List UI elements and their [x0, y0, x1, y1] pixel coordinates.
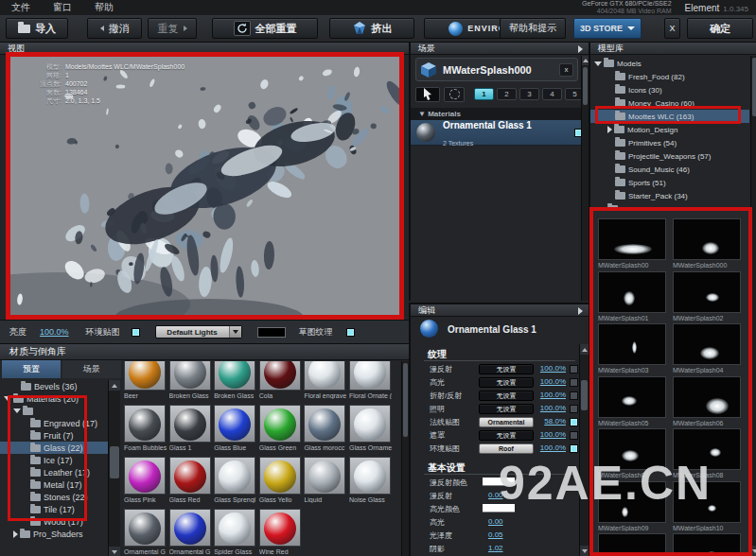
background-color-swatch[interactable] — [257, 327, 286, 338]
tree-item-bevels-36[interactable]: Bevels (36) — [0, 380, 108, 392]
material-thumbnail[interactable] — [124, 405, 166, 443]
texture-channel-button[interactable]: 无设置 — [479, 391, 534, 401]
material-thumbnail[interactable] — [124, 457, 166, 495]
group-button-1[interactable]: 1 — [474, 88, 494, 100]
chevron-down-icon[interactable] — [594, 61, 602, 66]
tab-presets[interactable]: 预置 — [2, 360, 61, 378]
tree-item-metal-17[interactable]: Metal (17) — [0, 478, 108, 491]
texture-channel-value[interactable]: 100.0% — [534, 404, 566, 412]
group-button-4[interactable]: 4 — [542, 88, 562, 100]
edit-scrollbar[interactable] — [579, 344, 589, 556]
texture-channel-checkbox[interactable] — [570, 378, 578, 387]
tab-scene[interactable]: 场景 — [62, 360, 121, 378]
scene-scrollbar[interactable] — [581, 56, 589, 301]
redo-button[interactable]: 重复 — [148, 18, 197, 39]
texture-channel-value[interactable]: 100.0% — [534, 377, 566, 386]
tree-item-engraved-17[interactable]: Engraved (17) — [0, 417, 108, 429]
tree-item-starter-pack-34[interactable]: Starter_Pack (34) — [590, 189, 749, 202]
scroll-up-icon[interactable] — [109, 380, 120, 391]
model-thumbnail[interactable] — [598, 218, 666, 260]
tree-item-glass-22[interactable]: Glass (22) — [0, 442, 108, 454]
tree-item-motion-design[interactable]: Motion_Design — [590, 123, 749, 136]
model-thumbnail[interactable] — [673, 271, 741, 313]
tree-item-ice-17[interactable]: Ice (17) — [0, 454, 108, 466]
store-button[interactable]: 3D STORE — [573, 18, 642, 39]
materials-grid-scrollbar[interactable] — [401, 361, 409, 556]
material-thumbnail[interactable] — [214, 457, 255, 495]
texture-channel-value[interactable]: 100.0% — [534, 443, 566, 452]
material-thumbnail[interactable] — [169, 361, 211, 391]
material-thumbnail[interactable] — [304, 457, 345, 495]
cancel-button[interactable]: X — [664, 18, 680, 39]
texture-channel-checkbox[interactable] — [570, 418, 578, 426]
tree-item-primitives-54[interactable]: Primitives (54) — [590, 136, 749, 149]
tree-item-icons-30[interactable]: Icons (30) — [590, 83, 749, 96]
scroll-down-icon[interactable] — [109, 547, 120, 556]
model-thumbnail[interactable] — [598, 428, 666, 470]
material-thumbnail[interactable] — [304, 405, 345, 443]
tree-item-models[interactable]: Models — [590, 57, 749, 70]
remove-object-button[interactable]: x — [559, 63, 573, 77]
basic-setting-value[interactable]: 0.05 — [488, 530, 503, 539]
draft-texture-checkbox[interactable] — [346, 328, 355, 337]
tree-item-stones-22[interactable]: Stones (22) — [0, 491, 108, 503]
model-thumbnail[interactable] — [598, 533, 666, 556]
texture-channel-value[interactable]: 100.0% — [534, 391, 566, 399]
model-thumbnail[interactable] — [673, 218, 741, 260]
extrude-button[interactable]: 挤出 — [329, 18, 414, 39]
material-thumbnail[interactable] — [304, 361, 345, 391]
color-swatch[interactable] — [483, 478, 515, 486]
lights-dropdown[interactable]: Default Lights — [155, 325, 242, 339]
material-thumbnail[interactable] — [259, 509, 301, 547]
texture-channel-value[interactable]: 58.0% — [534, 417, 566, 426]
scene-object-row[interactable]: MWaterSplash000 x — [415, 58, 578, 81]
tree-item-money-casino-60[interactable]: Money_Casino (60) — [590, 96, 749, 110]
menu-file[interactable]: 文件 — [0, 1, 42, 14]
material-thumbnail[interactable] — [214, 509, 255, 547]
scroll-up-icon[interactable] — [580, 344, 589, 355]
texture-channel-checkbox[interactable] — [570, 431, 578, 440]
ok-button[interactable]: 确定 — [687, 18, 753, 39]
tree-item-tile-17[interactable]: Tile (17) — [0, 503, 108, 515]
menu-window[interactable]: 窗口 — [42, 1, 83, 14]
texture-channel-checkbox[interactable] — [570, 365, 578, 374]
material-thumbnail[interactable] — [214, 361, 255, 391]
model-thumbnail[interactable] — [673, 481, 741, 523]
model-thumbnail[interactable] — [673, 323, 741, 365]
basic-setting-value[interactable]: 0.00 — [488, 517, 503, 526]
tree-item-moottes-wlc-163[interactable]: Moottes WLC (163) — [590, 110, 749, 123]
model-thumbnail[interactable] — [598, 481, 666, 523]
model-thumbnail[interactable] — [673, 376, 741, 418]
tree-item-sound-music-46[interactable]: Sound_Music (46) — [590, 163, 749, 176]
tree-item-pro-shaders[interactable]: Pro_Shaders — [0, 528, 108, 540]
viewport-canvas[interactable]: 模型:Models/Moottes WLC/MWaterSplash000网格:… — [6, 52, 404, 320]
material-thumbnail[interactable] — [349, 457, 391, 495]
texture-channel-button[interactable]: Ornamental — [479, 417, 534, 427]
chevron-right-icon[interactable] — [13, 530, 18, 538]
tree-item-fresh-food-82[interactable]: Fresh_Food (82) — [590, 70, 749, 83]
scroll-down-icon[interactable] — [751, 546, 756, 556]
material-thumbnail[interactable] — [169, 509, 211, 547]
import-button[interactable]: 导入 — [6, 18, 68, 39]
texture-channel-button[interactable]: Roof — [479, 443, 534, 454]
tree-item-obscured[interactable] — [0, 405, 108, 417]
group-button-2[interactable]: 2 — [497, 88, 517, 100]
envmap-checkbox[interactable] — [132, 328, 140, 337]
select-tool-button[interactable] — [415, 87, 440, 102]
chevron-down-icon[interactable] — [13, 408, 21, 413]
tree-item-the-pixel-lab-video-production-pack-32[interactable]: The Pixel Lab – Video Production Pack (3… — [590, 202, 749, 211]
tree-item-projectile-weapons-57[interactable]: Projectile_Weapons (57) — [590, 149, 749, 163]
basic-setting-value[interactable]: 1.02 — [488, 544, 503, 552]
help-tips-button[interactable]: 帮助和提示 — [500, 18, 566, 39]
material-thumbnail[interactable] — [349, 361, 391, 391]
tree-item-wood-17[interactable]: Wood (17) — [0, 515, 108, 528]
texture-channel-checkbox[interactable] — [570, 405, 578, 413]
color-swatch[interactable] — [483, 504, 515, 513]
texture-channel-button[interactable]: 无设置 — [479, 377, 534, 388]
reset-all-button[interactable]: 全部重置 — [212, 18, 318, 39]
brightness-value[interactable]: 100.0% — [40, 327, 69, 337]
texture-channel-checkbox[interactable] — [570, 444, 578, 453]
menu-help[interactable]: 帮助 — [83, 1, 125, 14]
scroll-down-icon[interactable] — [580, 546, 589, 556]
model-panel-scrollbar[interactable] — [750, 56, 756, 556]
